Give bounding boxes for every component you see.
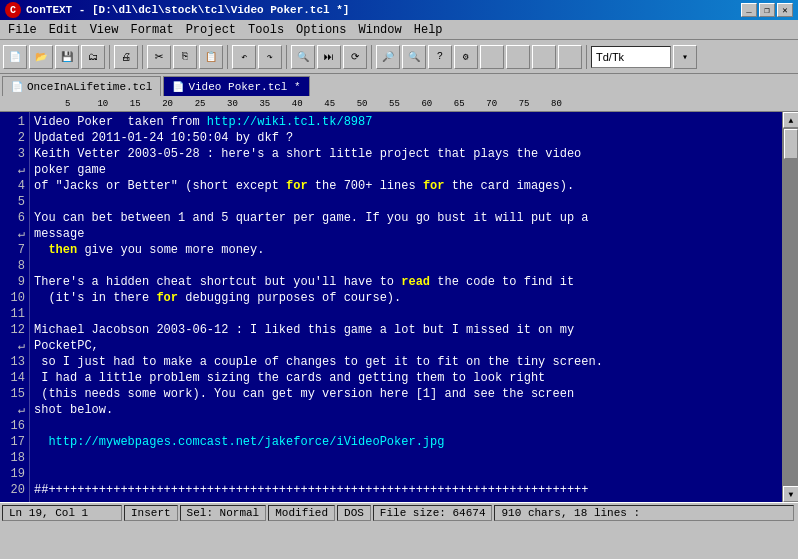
- title-bar: C ConTEXT - [D:\dl\dcl\stock\tcl\Video P…: [0, 0, 798, 20]
- sep2: [142, 45, 143, 69]
- app-logo: C: [5, 2, 21, 18]
- ruler: 5 10 15 20 25 30 35 40 45 50 55 60 65 70…: [0, 96, 798, 112]
- editor-area: 1 2 3 ↵ 4 5 6 ↵ 7 8 9 10 11 12 ↵ 13 14 1…: [0, 112, 798, 502]
- window-title: ConTEXT - [D:\dl\dcl\stock\tcl\Video Pok…: [26, 4, 349, 16]
- open-button[interactable]: 📂: [29, 45, 53, 69]
- tabs: 📄 OnceInALifetime.tcl 📄 Video Poker.tcl …: [0, 74, 798, 96]
- btn-extra3[interactable]: [532, 45, 556, 69]
- search-go-button[interactable]: ▾: [673, 45, 697, 69]
- vertical-scrollbar[interactable]: ▲ ▼: [782, 112, 798, 502]
- status-selection: Sel: Normal: [180, 505, 267, 521]
- replace-button[interactable]: ⟳: [343, 45, 367, 69]
- restore-button[interactable]: ❐: [759, 3, 775, 17]
- menu-file[interactable]: File: [2, 22, 43, 38]
- menu-view[interactable]: View: [84, 22, 125, 38]
- editor-content[interactable]: Video Poker taken from http://wiki.tcl.t…: [30, 112, 782, 502]
- sep6: [586, 45, 587, 69]
- status-format: DOS: [337, 505, 371, 521]
- search-input[interactable]: [591, 46, 671, 68]
- help-button[interactable]: ?: [428, 45, 452, 69]
- undo-button[interactable]: ↶: [232, 45, 256, 69]
- paste-button[interactable]: 📋: [199, 45, 223, 69]
- scroll-up-button[interactable]: ▲: [783, 112, 798, 128]
- menu-edit[interactable]: Edit: [43, 22, 84, 38]
- menu-window[interactable]: Window: [353, 22, 408, 38]
- save-all-button[interactable]: 🗂: [81, 45, 105, 69]
- menu-project[interactable]: Project: [180, 22, 242, 38]
- btn-extra2[interactable]: [506, 45, 530, 69]
- sep5: [371, 45, 372, 69]
- sep3: [227, 45, 228, 69]
- zoom-out-button[interactable]: 🔍: [402, 45, 426, 69]
- find-button[interactable]: 🔍: [291, 45, 315, 69]
- menu-help[interactable]: Help: [408, 22, 449, 38]
- zoom-in-button[interactable]: 🔎: [376, 45, 400, 69]
- btn-extra4[interactable]: [558, 45, 582, 69]
- save-button[interactable]: 💾: [55, 45, 79, 69]
- title-bar-left: C ConTEXT - [D:\dl\dcl\stock\tcl\Video P…: [5, 2, 349, 18]
- sep4: [286, 45, 287, 69]
- menu-options[interactable]: Options: [290, 22, 352, 38]
- ruler-content: 5 10 15 20 25 30 35 40 45 50 55 60 65 70…: [38, 99, 798, 109]
- settings-button[interactable]: ⚙: [454, 45, 478, 69]
- close-button[interactable]: ✕: [777, 3, 793, 17]
- tab-icon-2: 📄: [172, 81, 184, 93]
- tab-label-2: Video Poker.tcl *: [188, 81, 300, 93]
- tab-label-1: OnceInALifetime.tcl: [27, 81, 152, 93]
- menu-bar: File Edit View Format Project Tools Opti…: [0, 20, 798, 40]
- cut-button[interactable]: ✂: [147, 45, 171, 69]
- scroll-thumb[interactable]: [784, 129, 798, 159]
- menu-tools[interactable]: Tools: [242, 22, 290, 38]
- scroll-down-button[interactable]: ▼: [783, 486, 798, 502]
- status-insert: Insert: [124, 505, 178, 521]
- toolbar: 📄 📂 💾 🗂 🖨 ✂ ⎘ 📋 ↶ ↷ 🔍 ⏭ ⟳ 🔎 🔍 ? ⚙ ▾: [0, 40, 798, 74]
- tab-icon-1: 📄: [11, 81, 23, 93]
- status-filesize: File size: 64674: [373, 505, 493, 521]
- status-chars: 910 chars, 18 lines :: [494, 505, 794, 521]
- tab-onceinlifetime[interactable]: 📄 OnceInALifetime.tcl: [2, 76, 161, 96]
- sep1: [109, 45, 110, 69]
- menu-format[interactable]: Format: [124, 22, 179, 38]
- status-bar: Ln 19, Col 1 Insert Sel: Normal Modified…: [0, 502, 798, 522]
- status-modified: Modified: [268, 505, 335, 521]
- btn-extra1[interactable]: [480, 45, 504, 69]
- print-button[interactable]: 🖨: [114, 45, 138, 69]
- minimize-button[interactable]: _: [741, 3, 757, 17]
- new-button[interactable]: 📄: [3, 45, 27, 69]
- line-numbers: 1 2 3 ↵ 4 5 6 ↵ 7 8 9 10 11 12 ↵ 13 14 1…: [0, 112, 30, 502]
- tab-videopoker[interactable]: 📄 Video Poker.tcl *: [163, 76, 309, 96]
- status-position: Ln 19, Col 1: [2, 505, 122, 521]
- find-next-button[interactable]: ⏭: [317, 45, 341, 69]
- copy-button[interactable]: ⎘: [173, 45, 197, 69]
- scroll-track[interactable]: [783, 128, 798, 486]
- title-bar-controls: _ ❐ ✕: [741, 3, 793, 17]
- redo-button[interactable]: ↷: [258, 45, 282, 69]
